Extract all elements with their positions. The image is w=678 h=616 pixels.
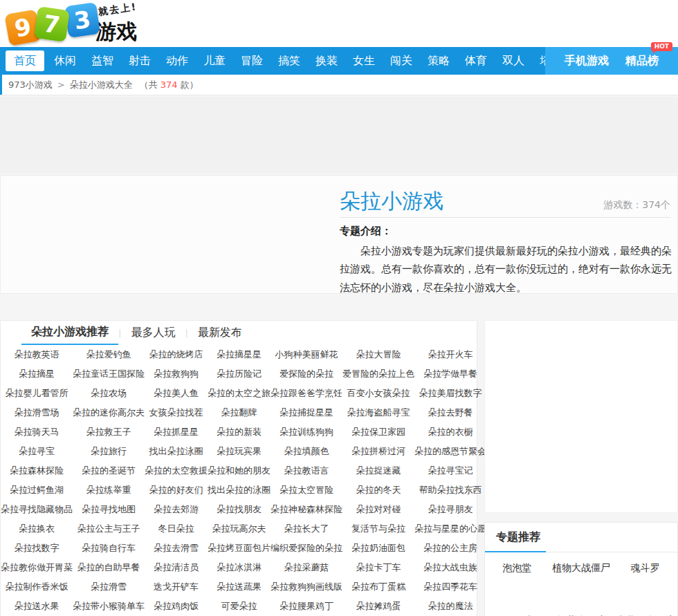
site-logo[interactable]: 9 7 3 就去上! 游戏 (7, 3, 187, 46)
nav-item-5[interactable]: 动作 (161, 52, 194, 70)
game-link[interactable]: 朵拉鸡肉饭 (154, 600, 199, 613)
tab-2[interactable]: 最多人玩 (121, 321, 185, 345)
game-link[interactable]: 朵拉清洁员 (154, 561, 199, 574)
nav-item-13[interactable]: 体育 (459, 52, 493, 70)
nav-item-1[interactable]: 首页 (6, 50, 44, 71)
game-link[interactable]: 朵拉美人鱼 (154, 387, 199, 400)
game-link[interactable]: 朵拉摘星星 (217, 348, 262, 361)
game-link[interactable]: 朵拉寻朋友 (428, 503, 473, 516)
game-link[interactable]: 朵拉教你做开胃菜 (1, 561, 73, 574)
game-link[interactable]: 朵拉去郊游 (154, 503, 199, 516)
game-link[interactable]: 朵拉摊鸡蛋 (356, 600, 401, 613)
nav-item-3[interactable]: 益智 (86, 52, 119, 70)
game-link[interactable]: 朵拉玩高尔夫 (212, 523, 266, 535)
game-link[interactable]: 朵拉奶油面包 (351, 542, 405, 554)
game-link[interactable]: 朵拉寻找地图 (82, 503, 136, 516)
nav-item-7[interactable]: 冒险 (235, 52, 268, 70)
nav-item-11[interactable]: 闯关 (385, 52, 418, 70)
game-link[interactable]: 朵拉换衣 (19, 523, 55, 535)
game-link[interactable]: 朵拉滑雪 (91, 581, 127, 593)
game-link[interactable]: 朵拉寻宝记 (428, 465, 473, 477)
game-link[interactable]: 朵拉的感恩节聚会 (414, 445, 486, 458)
game-link[interactable]: 朵拉太空冒险 (280, 484, 333, 496)
tab-3[interactable]: 最新发布 (188, 321, 252, 345)
game-link[interactable]: 小狗种美丽鲜花 (275, 348, 338, 361)
game-link[interactable]: 复活节与朵拉 (351, 523, 405, 535)
nav-right-item-1[interactable]: 手机游戏 (556, 54, 617, 68)
game-link[interactable]: 爱冒险的朵拉上色 (342, 368, 414, 380)
game-link[interactable]: 朵拉长大了 (284, 523, 329, 535)
nav-right-item-2[interactable]: 精品榜 (617, 54, 667, 68)
game-link[interactable]: 朵拉送水果 (15, 600, 59, 613)
game-link[interactable]: 朵拉农场 (91, 387, 127, 400)
game-link[interactable]: 朵拉救王子 (86, 426, 131, 438)
game-link[interactable]: 冬日朵拉 (158, 523, 194, 535)
game-link[interactable]: 朵拉大战虫族 (423, 561, 477, 574)
game-link[interactable]: 找出朵拉泳圈 (149, 445, 203, 458)
game-link[interactable]: 朵拉摘星 (19, 368, 55, 380)
game-link[interactable]: 朵拉冰淇淋 (217, 561, 262, 574)
game-link[interactable]: 迭戈开铲车 (154, 581, 199, 593)
game-link[interactable]: 朵拉找数字 (15, 542, 59, 554)
game-link[interactable]: 朵拉骑自行车 (82, 542, 136, 554)
game-link[interactable]: 朵拉卡丁车 (356, 561, 401, 574)
game-link[interactable]: 朵拉抓星星 (154, 426, 199, 438)
game-link[interactable]: 朵拉寻找隐藏物品 (1, 503, 73, 516)
topic-link[interactable]: 植物大战僵尸 (552, 562, 610, 575)
nav-item-4[interactable]: 射击 (123, 52, 156, 70)
game-link[interactable]: 朵拉对对碰 (356, 503, 401, 516)
game-link[interactable]: 朵拉大冒险 (356, 348, 401, 361)
tab-1[interactable]: 朵拉小游戏推荐 (21, 321, 118, 345)
game-link[interactable]: 朵拉的公主房 (423, 542, 477, 554)
game-link[interactable]: 帮助朵拉找东西 (419, 484, 482, 496)
game-link[interactable]: 朵拉训练狗狗 (280, 426, 333, 438)
topic-link[interactable]: 魂斗罗 (631, 562, 660, 575)
game-link[interactable]: 朵拉骑天马 (15, 426, 59, 438)
nav-item-8[interactable]: 搞笑 (273, 52, 306, 70)
game-link[interactable]: 朵拉和她的朋友 (208, 465, 271, 477)
game-link[interactable]: 朵拉教语言 (284, 465, 329, 477)
game-link[interactable]: 朵拉童话王国探险 (73, 368, 145, 380)
game-link[interactable]: 朵拉翻牌 (221, 407, 257, 419)
game-link[interactable]: 朵拉带小猴骑单车 (73, 600, 145, 613)
game-link[interactable]: 百变小女孩朵拉 (347, 387, 410, 400)
game-link[interactable]: 朵拉婴儿看管所 (6, 387, 68, 400)
game-link[interactable]: 朵拉美眉找数字 (419, 387, 482, 400)
game-link[interactable]: 朵拉布丁蛋糕 (351, 581, 405, 593)
game-link[interactable]: 朵拉采蘑菇 (284, 561, 329, 574)
game-link[interactable]: 女孩朵拉找茬 (149, 407, 203, 419)
game-link[interactable]: 朵拉的好友们 (149, 484, 203, 496)
game-link[interactable]: 朵拉腰果鸡丁 (280, 600, 333, 613)
game-link[interactable]: 朵拉的冬天 (356, 484, 401, 496)
game-link[interactable]: 朵拉拼桥过河 (351, 445, 405, 458)
game-link[interactable]: 朵拉的烧烤店 (149, 348, 203, 361)
game-link[interactable]: 朵拉找朋友 (217, 503, 262, 516)
game-link[interactable]: 朵拉的自助早餐 (77, 561, 140, 574)
game-link[interactable]: 朵拉捕捉星星 (280, 407, 333, 419)
game-link[interactable]: 朵拉的太空救援 (145, 465, 208, 477)
game-link[interactable]: 朵拉的新装 (217, 426, 262, 438)
game-link[interactable]: 朵拉四季花车 (423, 581, 477, 593)
nav-item-12[interactable]: 策略 (422, 52, 455, 70)
game-link[interactable]: 朵拉制作香米饭 (6, 581, 68, 593)
game-link[interactable]: 朵拉的太空之旅 (208, 387, 271, 400)
game-link[interactable]: 朵拉寻宝 (19, 445, 55, 458)
game-link[interactable]: 朵拉森林探险 (10, 465, 64, 477)
game-link[interactable]: 朵拉去野餐 (428, 407, 473, 419)
game-link[interactable]: 朵拉历险记 (217, 368, 262, 380)
nav-item-6[interactable]: 儿童 (198, 52, 231, 70)
game-link[interactable]: 朵拉与星星的心愿 (414, 523, 486, 535)
game-link[interactable]: 朵拉神秘森林探险 (271, 503, 342, 516)
game-link[interactable]: 朵拉公主与王子 (77, 523, 140, 535)
game-link[interactable]: 朵拉的魔法 (428, 600, 473, 613)
game-link[interactable]: 朵拉学做早餐 (423, 368, 477, 380)
game-link[interactable]: 朵拉救狗狗画线版 (271, 581, 342, 593)
nav-item-14[interactable]: 双人 (497, 52, 530, 70)
breadcrumb-site-link[interactable]: 973小游戏 (8, 79, 53, 91)
game-link[interactable]: 朵拉的衣橱 (428, 426, 473, 438)
game-link[interactable]: 朵拉练举重 (86, 484, 131, 496)
game-link[interactable]: 朵拉海盗船寻宝 (347, 407, 410, 419)
game-link[interactable]: 朵拉过鳄鱼湖 (10, 484, 64, 496)
game-link[interactable]: 朵拉爱钓鱼 (86, 348, 131, 361)
game-link[interactable]: 朵拉捉迷藏 (356, 465, 401, 477)
